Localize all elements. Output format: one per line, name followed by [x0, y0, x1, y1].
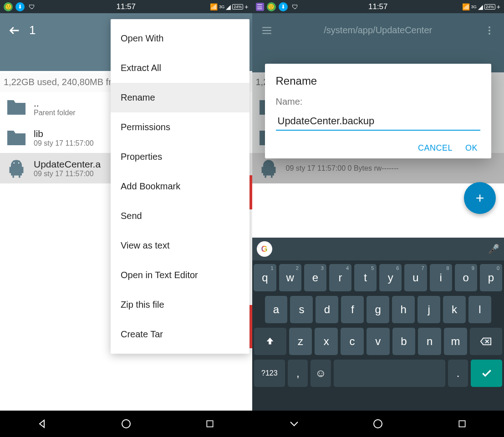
- context-menu: Open With Extract All Rename Permissions…: [111, 19, 249, 354]
- file-meta: 09 sty 17 11:57:00: [34, 170, 101, 178]
- key-r[interactable]: r4: [329, 264, 351, 291]
- menu-open-in-editor[interactable]: Open in Text Editor: [111, 260, 249, 290]
- nav-home[interactable]: [360, 415, 396, 433]
- key-backspace[interactable]: [470, 328, 502, 355]
- key-s[interactable]: s: [290, 296, 313, 323]
- menu-send[interactable]: Send: [111, 201, 249, 231]
- status-icon-app1: 🙂: [4, 2, 13, 11]
- nav-bar: [252, 411, 504, 437]
- android-icon: [5, 159, 27, 178]
- file-meta: 09 sty 17 11:57:00: [34, 139, 94, 147]
- keyboard-row-4: ?123 , ☺ .: [254, 360, 503, 387]
- key-d[interactable]: d: [316, 296, 338, 323]
- status-icon-app0: ☰: [256, 3, 264, 11]
- menu-open-with[interactable]: Open With: [111, 24, 249, 53]
- svg-point-8: [374, 420, 382, 428]
- key-g[interactable]: g: [367, 296, 389, 323]
- mic-icon[interactable]: 🎤: [488, 244, 499, 254]
- status-icon-app2: ⬇: [279, 2, 288, 11]
- svg-rect-9: [459, 421, 465, 427]
- cancel-button[interactable]: CANCEL: [418, 143, 453, 153]
- svg-point-1: [13, 162, 15, 163]
- ok-button[interactable]: OK: [465, 143, 478, 153]
- key-enter[interactable]: [471, 360, 502, 387]
- menu-permissions[interactable]: Permissions: [111, 112, 249, 142]
- key-space[interactable]: [334, 360, 445, 387]
- menu-properties[interactable]: Properties: [111, 142, 249, 172]
- key-emoji[interactable]: ☺: [311, 360, 331, 387]
- svg-point-3: [122, 420, 130, 428]
- overflow-button[interactable]: [479, 20, 499, 41]
- file-name: ..: [34, 98, 76, 109]
- menu-view-as-text[interactable]: View as text: [111, 231, 249, 260]
- svg-point-7: [489, 33, 490, 35]
- status-icon-shield: 🛡: [27, 2, 36, 11]
- key-y[interactable]: y6: [379, 264, 402, 291]
- key-a[interactable]: a: [265, 296, 288, 323]
- folder-icon: [5, 98, 27, 117]
- selection-count: 1: [29, 23, 36, 37]
- key-i[interactable]: i8: [430, 264, 452, 291]
- menu-tar[interactable]: Create Tar: [111, 320, 249, 349]
- key-w[interactable]: w2: [279, 264, 301, 291]
- nav-back[interactable]: [24, 415, 60, 433]
- signal-icon: ◢: [226, 3, 231, 10]
- key-k[interactable]: k: [443, 296, 466, 323]
- menu-rename[interactable]: Rename: [111, 83, 249, 112]
- key-h[interactable]: h: [392, 296, 415, 323]
- key-m[interactable]: m: [444, 328, 467, 355]
- svg-rect-4: [207, 421, 213, 427]
- menu-extract-all[interactable]: Extract All: [111, 53, 249, 83]
- wifi-icon: 📶: [462, 3, 470, 10]
- menu-add-bookmark[interactable]: Add Bookmark: [111, 172, 249, 201]
- key-comma[interactable]: ,: [288, 360, 308, 387]
- key-t[interactable]: t5: [354, 264, 377, 291]
- nav-recent[interactable]: [444, 415, 480, 433]
- file-name: UpdateCenter.a: [34, 159, 101, 170]
- folder-icon: [5, 129, 27, 147]
- key-c[interactable]: c: [341, 328, 364, 355]
- nav-recent[interactable]: [192, 415, 228, 433]
- key-f[interactable]: f: [341, 296, 364, 323]
- battery-label: 24%: [484, 4, 495, 10]
- key-period[interactable]: .: [448, 360, 468, 387]
- key-o[interactable]: o9: [455, 264, 477, 291]
- menu-zip[interactable]: Zip this file: [111, 290, 249, 320]
- google-icon[interactable]: G: [257, 241, 272, 257]
- fab-add[interactable]: +: [464, 182, 496, 214]
- file-name: lib: [34, 128, 94, 139]
- key-l[interactable]: l: [468, 296, 491, 323]
- signal-icon: ◢: [478, 3, 483, 10]
- battery-label: 24%: [232, 4, 243, 10]
- key-v[interactable]: v: [367, 328, 390, 355]
- key-shift[interactable]: [254, 328, 286, 355]
- network-label: 3G: [471, 5, 477, 9]
- rename-input[interactable]: [276, 112, 481, 131]
- key-x[interactable]: x: [315, 328, 338, 355]
- rename-dialog: Rename Name: CANCEL OK: [265, 64, 492, 158]
- key-u[interactable]: u7: [404, 264, 427, 291]
- status-icon-app2: ⬇: [15, 2, 25, 11]
- nav-home[interactable]: [108, 415, 144, 433]
- path-breadcrumb[interactable]: /system/app/UpdateCenter: [324, 25, 432, 36]
- android-icon: [258, 159, 280, 178]
- status-icon-app1: 🙂: [267, 2, 276, 11]
- svg-point-2: [18, 162, 20, 163]
- nav-bar: [0, 411, 252, 437]
- key-e[interactable]: e3: [304, 264, 326, 291]
- key-q[interactable]: q1: [254, 264, 276, 291]
- key-b[interactable]: b: [392, 328, 416, 355]
- key-n[interactable]: n: [418, 328, 441, 355]
- nav-keyboard-down[interactable]: [276, 415, 312, 433]
- status-bar: 🙂 ⬇ 🛡 11:57 📶 3G ◢ 24% +: [0, 0, 252, 13]
- phone-right: ☰ 🙂 ⬇ 🛡 11:57 📶 3G ◢ 24% + /system/app/U…: [252, 0, 504, 437]
- key-numbers[interactable]: ?123: [254, 360, 285, 387]
- key-p[interactable]: p0: [480, 264, 502, 291]
- status-icon-shield: 🛡: [290, 2, 300, 11]
- key-z[interactable]: z: [289, 328, 312, 355]
- key-j[interactable]: j: [417, 296, 440, 323]
- keyboard-row-2: asdfghjkl: [254, 296, 503, 323]
- back-button[interactable]: [5, 20, 25, 41]
- svg-point-5: [489, 26, 490, 28]
- menu-button[interactable]: [257, 20, 277, 41]
